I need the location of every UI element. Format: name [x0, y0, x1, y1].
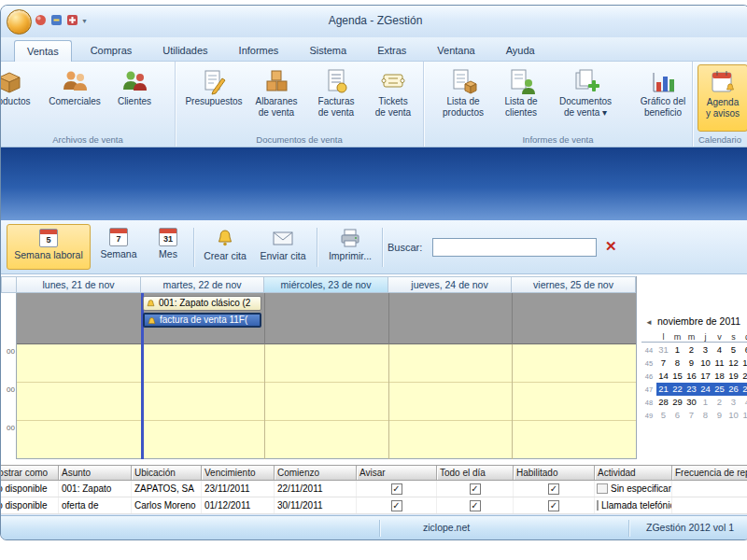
col-todo-el-dia[interactable]: Todo el día: [437, 466, 514, 480]
mini-calendar-day[interactable]: 31: [656, 343, 670, 357]
mini-calendar-day[interactable]: 18: [712, 370, 726, 383]
semana-button[interactable]: 7 Semana: [94, 224, 143, 270]
agenda-avisos-button[interactable]: Agenda y avisos: [698, 64, 747, 132]
time-grid[interactable]: [17, 344, 636, 459]
mini-calendar-day[interactable]: 2: [712, 396, 726, 409]
comerciales-button[interactable]: Comerciales: [46, 64, 104, 132]
search-input[interactable]: [432, 238, 597, 257]
imprimir-button[interactable]: Imprimir...: [324, 224, 376, 270]
col-actividad[interactable]: Actividad: [595, 466, 672, 480]
grafico-beneficio-button[interactable]: Gráfico del beneficio: [632, 64, 694, 132]
all-day-area[interactable]: [17, 293, 636, 344]
mini-calendar-day[interactable]: 23: [684, 383, 698, 396]
avisar-checkbox[interactable]: ✓: [391, 483, 402, 495]
mini-calendar-day[interactable]: 3: [726, 396, 740, 409]
albaranes-venta-button[interactable]: Albaranes de venta: [247, 64, 305, 132]
mini-calendar-day[interactable]: 9: [684, 357, 698, 370]
event-chip-zapato[interactable]: 001: Zapato clásico (2: [143, 296, 261, 311]
crear-cita-button[interactable]: Crear cita: [199, 224, 251, 270]
mini-calendar-day[interactable]: 10: [698, 357, 712, 370]
mini-calendar-day[interactable]: 28: [656, 396, 670, 409]
documentos-venta-dropdown-button[interactable]: Documentos de venta ▾: [554, 64, 617, 132]
tab-compras[interactable]: Compras: [78, 41, 145, 61]
mini-calendar-day[interactable]: 16: [684, 370, 698, 383]
day-header-miercoles[interactable]: miércoles, 23 de nov: [264, 276, 388, 293]
col-ubicacion[interactable]: Ubicación: [132, 466, 202, 480]
mini-calendar-day[interactable]: 15: [670, 370, 684, 383]
col-mostrar-como[interactable]: Mostrar como: [0, 466, 59, 480]
day-header-viernes[interactable]: viernes, 25 de nov: [512, 276, 636, 293]
mini-calendar-day[interactable]: 21: [656, 383, 670, 396]
mini-calendar-day[interactable]: 30: [684, 396, 698, 409]
semana-laboral-button[interactable]: 5 Semana laboral: [7, 224, 91, 270]
mini-calendar-day[interactable]: 7: [684, 409, 698, 422]
col-vencimiento[interactable]: Vencimiento: [202, 466, 275, 480]
col-avisar[interactable]: Avisar: [357, 466, 437, 480]
todo-el-dia-checkbox[interactable]: ✓: [470, 500, 481, 511]
mini-calendar-day[interactable]: 22: [670, 383, 684, 396]
mini-calendar-day[interactable]: 25: [712, 383, 726, 396]
col-frecuencia[interactable]: Frecuencia de repetición: [672, 466, 747, 480]
mini-calendar-day[interactable]: 17: [698, 370, 712, 383]
mini-calendar-day[interactable]: 20: [740, 370, 747, 383]
mini-calendar-day[interactable]: 11: [712, 357, 726, 370]
mini-calendar-day[interactable]: 27: [740, 383, 747, 396]
mini-calendar-day[interactable]: 11: [740, 409, 747, 422]
table-row[interactable]: No disponible oferta de Carlos Moreno 01…: [0, 497, 747, 514]
enviar-cita-button[interactable]: Enviar cita: [255, 224, 311, 270]
mini-calendar-day[interactable]: 10: [726, 409, 740, 422]
mini-calendar-day[interactable]: 4: [712, 343, 726, 357]
productos-button[interactable]: Productos: [0, 64, 38, 132]
tab-sistema[interactable]: Sistema: [297, 41, 359, 61]
mini-calendar-day[interactable]: 5: [726, 343, 740, 357]
mini-calendar-day[interactable]: 7: [656, 357, 670, 370]
tab-ventas[interactable]: Ventas: [14, 40, 72, 62]
mini-calendar-day[interactable]: 19: [726, 370, 740, 383]
mini-calendar-day[interactable]: 6: [740, 343, 747, 357]
mini-calendar-day[interactable]: 14: [656, 370, 670, 383]
habilitado-checkbox[interactable]: ✓: [548, 483, 559, 495]
tab-ventana[interactable]: Ventana: [425, 41, 486, 61]
habilitado-checkbox[interactable]: ✓: [548, 500, 559, 511]
presupuestos-button[interactable]: Presupuestos: [184, 64, 244, 132]
event-chip-factura[interactable]: factura de venta 11F(: [143, 313, 261, 328]
mini-calendar-day[interactable]: 12: [726, 357, 740, 370]
mini-calendar-day[interactable]: 29: [670, 396, 684, 409]
mini-calendar-day[interactable]: 13: [740, 357, 747, 370]
lista-clientes-button[interactable]: Lista de clientes: [494, 64, 548, 132]
tickets-venta-button[interactable]: Tickets de venta: [367, 64, 419, 132]
prev-month-icon[interactable]: ◄: [645, 318, 653, 327]
mes-button[interactable]: 31 Mes: [147, 224, 190, 270]
mini-calendar-day[interactable]: 8: [670, 357, 684, 370]
day-header-lunes[interactable]: lunes, 21 de nov: [17, 276, 141, 293]
tab-utilidades[interactable]: Utilidades: [150, 41, 219, 61]
tab-informes[interactable]: Informes: [227, 41, 291, 61]
mini-calendar-day[interactable]: 5: [656, 409, 670, 422]
col-habilitado[interactable]: Habilitado: [514, 466, 595, 480]
mini-calendar-day[interactable]: 1: [670, 343, 684, 357]
clear-search-icon[interactable]: ✕: [605, 238, 617, 255]
mini-calendar-day[interactable]: 4: [740, 396, 747, 409]
col-asunto[interactable]: Asunto: [59, 466, 132, 480]
tab-extras[interactable]: Extras: [365, 41, 418, 61]
mini-calendar-day[interactable]: 6: [670, 409, 684, 422]
mini-calendar-day[interactable]: 8: [698, 409, 712, 422]
mini-calendar-day[interactable]: 26: [726, 383, 740, 396]
mini-calendar-day[interactable]: 2: [684, 343, 698, 357]
mini-calendar-day[interactable]: 3: [698, 343, 712, 357]
tab-ayuda[interactable]: Ayuda: [494, 41, 547, 61]
mini-calendar-day[interactable]: 9: [712, 409, 726, 422]
title-bar[interactable]: ▼ Agenda - ZGestión: [1, 6, 747, 37]
mini-calendar-day[interactable]: 1: [698, 396, 712, 409]
facturas-venta-button[interactable]: Facturas de venta: [309, 64, 363, 132]
table-row[interactable]: No disponible 001: Zapato ZAPATOS, SA 23…: [0, 481, 747, 497]
lista-productos-button[interactable]: Lista de productos: [434, 64, 492, 132]
clientes-button[interactable]: Clientes: [107, 64, 162, 132]
col-comienzo[interactable]: Comienzo: [275, 466, 357, 480]
ribbon-group-calendario: Agenda y avisos Calendario: [693, 62, 747, 147]
day-header-jueves[interactable]: jueves, 24 de nov: [388, 276, 512, 293]
day-header-martes[interactable]: martes, 22 de nov: [141, 276, 264, 293]
mini-calendar-day[interactable]: 24: [698, 383, 712, 396]
avisar-checkbox[interactable]: ✓: [391, 500, 402, 511]
todo-el-dia-checkbox[interactable]: ✓: [470, 483, 481, 495]
